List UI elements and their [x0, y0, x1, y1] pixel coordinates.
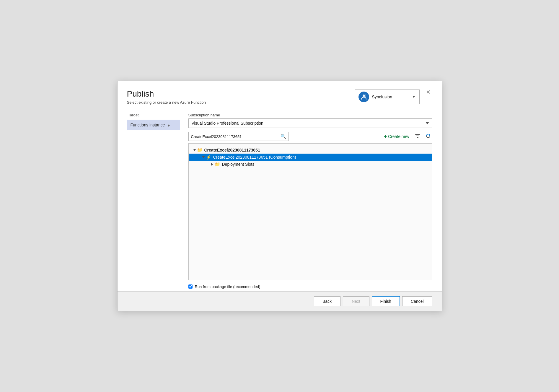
search-icon: 🔍 — [281, 134, 286, 139]
account-avatar — [358, 92, 369, 102]
refresh-button[interactable] — [424, 133, 432, 141]
sidebar-target-label: Target — [127, 113, 180, 117]
tree-node-deployment-slots[interactable]: 📁 Deployment Slots — [189, 161, 432, 168]
subscription-label: Subscription name — [188, 113, 432, 117]
account-name: Syncfusion — [372, 95, 409, 99]
refresh-icon — [426, 133, 431, 139]
create-new-label: Create new — [388, 134, 409, 139]
back-button[interactable]: Back — [314, 296, 340, 306]
filter-icon — [415, 133, 420, 139]
finish-button[interactable]: Finish — [372, 296, 400, 306]
search-box: 🔍 — [188, 132, 289, 141]
close-button[interactable]: ✕ — [424, 88, 432, 96]
dialog-body: Target Functions instance Subscription n… — [118, 108, 442, 291]
svg-rect-2 — [416, 136, 419, 136]
account-chevron-icon: ▼ — [412, 95, 416, 99]
svg-rect-3 — [417, 137, 418, 138]
folder-icon-root: 📁 — [197, 147, 203, 153]
checkbox-row: Run from package file (recommended) — [188, 284, 432, 289]
publish-dialog: Publish Select existing or create a new … — [117, 81, 442, 311]
dialog-subtitle: Select existing or create a new Azure Fu… — [127, 100, 206, 105]
account-icon — [361, 94, 367, 100]
account-selector[interactable]: Syncfusion ▼ — [355, 90, 420, 104]
svg-point-0 — [363, 95, 365, 97]
tree-node-root[interactable]: 📁 CreateExcel20230811173651 — [189, 147, 432, 154]
lightning-icon-consumption: ⚡ — [206, 154, 211, 160]
sidebar: Target Functions instance — [127, 108, 180, 291]
search-row: 🔍 + Create new — [188, 132, 432, 141]
main-content: Subscription name Visual Studio Professi… — [180, 108, 432, 291]
toolbar-right: + Create new — [382, 133, 432, 141]
title-area: Publish Select existing or create a new … — [127, 90, 206, 105]
folder-icon-deployment-slots: 📁 — [215, 162, 220, 167]
plus-icon: + — [384, 134, 387, 139]
create-new-button[interactable]: + Create new — [382, 133, 411, 140]
sidebar-arrow-icon — [168, 124, 170, 127]
search-input[interactable] — [191, 134, 281, 139]
run-from-package-label[interactable]: Run from package file (recommended) — [195, 284, 260, 289]
sidebar-item-functions-instance[interactable]: Functions instance — [127, 120, 180, 130]
tree-node-consumption[interactable]: ⚡ CreateExcel20230811173651 (Consumption… — [189, 154, 432, 161]
cancel-button[interactable]: Cancel — [402, 296, 432, 306]
expand-arrow-root — [193, 148, 196, 152]
expand-arrow-consumption — [202, 155, 205, 159]
sidebar-item-label: Functions instance — [131, 123, 165, 127]
subscription-select[interactable]: Visual Studio Professional Subscription — [188, 118, 432, 128]
dialog-header: Publish Select existing or create a new … — [118, 81, 442, 108]
tree-panel: 📁 CreateExcel20230811173651 ⚡ CreateExce… — [188, 143, 432, 280]
filter-button[interactable] — [413, 133, 422, 141]
next-button[interactable]: Next — [343, 296, 369, 306]
dialog-title: Publish — [127, 90, 206, 99]
dialog-footer: Back Next Finish Cancel — [118, 291, 442, 311]
node-label-root: CreateExcel20230811173651 — [204, 148, 260, 152]
svg-rect-1 — [415, 134, 420, 135]
run-from-package-checkbox[interactable] — [188, 284, 193, 289]
expand-arrow-deployment-slots — [211, 162, 214, 166]
node-label-consumption: CreateExcel20230811173651 (Consumption) — [213, 155, 296, 160]
node-label-deployment-slots: Deployment Slots — [222, 162, 255, 167]
